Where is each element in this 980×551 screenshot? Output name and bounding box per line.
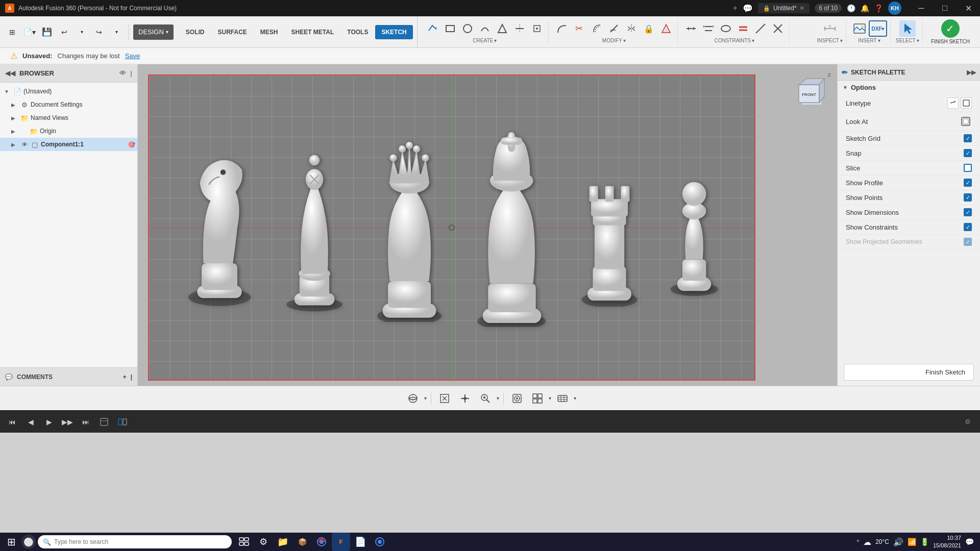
zoom-btn[interactable] — [476, 389, 495, 408]
add-tab-btn[interactable]: + — [733, 4, 738, 13]
insert-image-btn[interactable] — [851, 20, 868, 37]
canvas-area[interactable]: FRONT Z — [138, 64, 837, 386]
constraints-arrow[interactable]: ▾ — [752, 38, 754, 43]
file-menu-btn[interactable]: 📄▾ — [21, 24, 38, 40]
timeline-start-btn[interactable]: ⏮ — [5, 415, 19, 429]
collinear-btn[interactable] — [752, 20, 769, 37]
pan-btn[interactable] — [456, 389, 474, 408]
start-btn[interactable]: ⊞ — [2, 533, 20, 551]
timeline-play-btn[interactable]: ▶ — [42, 415, 56, 429]
cortana-btn[interactable]: ⚪ — [21, 535, 36, 549]
timeline-view-1-btn[interactable] — [97, 415, 111, 429]
design-dropdown-btn[interactable]: DESIGN ▾ — [133, 24, 174, 40]
expand-doc-settings[interactable]: ▶ — [11, 102, 18, 108]
comments-add-btn[interactable]: + — [123, 373, 127, 381]
sidebar-expand-btn[interactable]: | — [130, 69, 132, 77]
ellipse-btn[interactable] — [718, 20, 734, 37]
show-points-checkbox[interactable]: ✓ — [964, 193, 972, 202]
finish-sketch-bottom-btn[interactable]: Finish Sketch — [844, 364, 974, 381]
speaker-icon[interactable]: 🔊 — [893, 537, 903, 547]
redo-dropdown[interactable]: ▾ — [108, 24, 125, 40]
tab-sheet-metal[interactable]: SHEET METAL — [285, 25, 340, 39]
task-view-btn[interactable] — [235, 533, 253, 551]
tab-mesh[interactable]: MESH — [254, 25, 284, 39]
chat-icon[interactable]: 💬 — [743, 4, 753, 13]
user-avatar[interactable]: KH — [888, 2, 901, 15]
file-explorer-icon[interactable]: 📁 — [274, 533, 292, 551]
orbit-btn[interactable] — [404, 389, 422, 408]
tab-tools[interactable]: TOOLS — [341, 25, 374, 39]
sidebar-eye-btn[interactable]: 👁 — [119, 69, 126, 77]
close-tab-btn[interactable]: ✕ — [799, 5, 804, 12]
horizontal-constraint-btn[interactable] — [683, 20, 699, 37]
expand-unsaved[interactable]: ▼ — [4, 89, 11, 94]
look-at-btn[interactable] — [960, 115, 972, 128]
undo-btn[interactable]: ↩ — [56, 24, 72, 40]
angular-btn[interactable] — [658, 20, 674, 37]
timeline-end-btn[interactable]: ⏭ — [79, 415, 93, 429]
modify-arrow[interactable]: ▾ — [623, 38, 626, 43]
taskbar-search-bar[interactable]: 🔍 — [38, 535, 232, 548]
insert-dxf-btn[interactable]: DXF▾ — [869, 20, 887, 37]
fillet-btn[interactable] — [554, 20, 570, 37]
sidebar-collapse-left[interactable]: ◀◀ — [5, 69, 15, 77]
display-settings-btn[interactable] — [553, 389, 572, 408]
grid-view-dropdown[interactable]: ▾ — [549, 395, 551, 401]
clock-icon[interactable]: 🕐 — [847, 4, 855, 12]
perpendicular-btn[interactable] — [770, 20, 786, 37]
acrobat-icon[interactable]: 📄 — [351, 533, 370, 551]
timeline-prev-btn[interactable]: ◀ — [23, 415, 38, 429]
parallel-constraint-btn[interactable] — [700, 20, 717, 37]
fit-view-btn[interactable] — [435, 389, 454, 408]
linetype-btn-1[interactable] — [947, 97, 959, 109]
options-section-header[interactable]: ▼ Options — [838, 81, 980, 94]
chrome-icon-2[interactable] — [371, 533, 389, 551]
display-settings-dropdown[interactable]: ▾ — [574, 395, 576, 401]
redo-btn[interactable]: ↪ — [91, 24, 107, 40]
bell-icon[interactable]: 🔔 — [861, 4, 869, 12]
settings-app-icon[interactable]: ⚙ — [254, 533, 273, 551]
triangle-tool-btn[interactable] — [494, 20, 510, 37]
tab-solid[interactable]: SOLID — [180, 25, 211, 39]
tab-sketch[interactable]: SKETCH — [375, 25, 412, 39]
wifi-icon[interactable]: 📶 — [908, 538, 916, 546]
expand-origin[interactable]: ▶ — [11, 129, 18, 134]
orbit-dropdown[interactable]: ▾ — [424, 395, 427, 401]
save-btn[interactable]: 💾 — [39, 24, 55, 40]
view-options-btn[interactable] — [508, 389, 526, 408]
grid-icon[interactable]: ⊞ — [4, 24, 20, 40]
notification-icon[interactable]: 💬 — [965, 538, 974, 546]
trim-btn[interactable]: ✂ — [571, 20, 587, 37]
fusion360-taskbar-icon[interactable]: F — [332, 533, 350, 551]
line-tool-btn[interactable] — [425, 20, 441, 37]
zoom-dropdown[interactable]: ▾ — [497, 395, 499, 401]
line2-tool-btn[interactable] — [511, 20, 528, 37]
taskbar-search-input[interactable] — [54, 538, 217, 545]
maximize-btn[interactable]: □ — [933, 0, 957, 16]
comments-expand-btn[interactable]: | — [131, 373, 132, 381]
equal-constraint-btn[interactable] — [735, 20, 751, 37]
winrar-icon[interactable]: 📦 — [293, 533, 311, 551]
chevron-up-icon[interactable]: ^ — [856, 539, 859, 545]
rectangle-tool-btn[interactable] — [442, 20, 458, 37]
canvas-inner[interactable] — [148, 74, 755, 381]
dimension-btn[interactable]: D — [822, 20, 838, 37]
save-link-btn[interactable]: Save — [125, 52, 140, 60]
timeline-track[interactable] — [134, 415, 957, 429]
create-arrow[interactable]: ▾ — [494, 38, 497, 43]
tree-item-origin[interactable]: ▶ 📁 Origin — [0, 124, 137, 138]
show-constraints-checkbox[interactable]: ✓ — [964, 223, 972, 231]
timeline-next-btn[interactable]: ▶▶ — [60, 415, 75, 429]
lock-constraint-btn[interactable]: 🔒 — [641, 20, 657, 37]
linetype-btn-2[interactable] — [961, 97, 972, 109]
timeline-view-2-btn[interactable] — [115, 415, 130, 429]
help-icon[interactable]: ❓ — [874, 4, 883, 12]
view-cube[interactable]: FRONT Z — [791, 69, 832, 110]
timeline-settings-btn[interactable]: ⚙ — [961, 415, 975, 429]
system-clock[interactable]: 10:37 15/08/2021 — [933, 534, 961, 550]
show-dimensions-checkbox[interactable]: ✓ — [964, 208, 972, 216]
tree-item-component[interactable]: ▶ 👁 ▢ Component1:1 🎯 — [0, 138, 137, 151]
point-tool-btn[interactable] — [529, 20, 545, 37]
arc-tool-btn[interactable] — [477, 20, 493, 37]
tree-item-named-views[interactable]: ▶ 📁 Named Views — [0, 111, 137, 124]
